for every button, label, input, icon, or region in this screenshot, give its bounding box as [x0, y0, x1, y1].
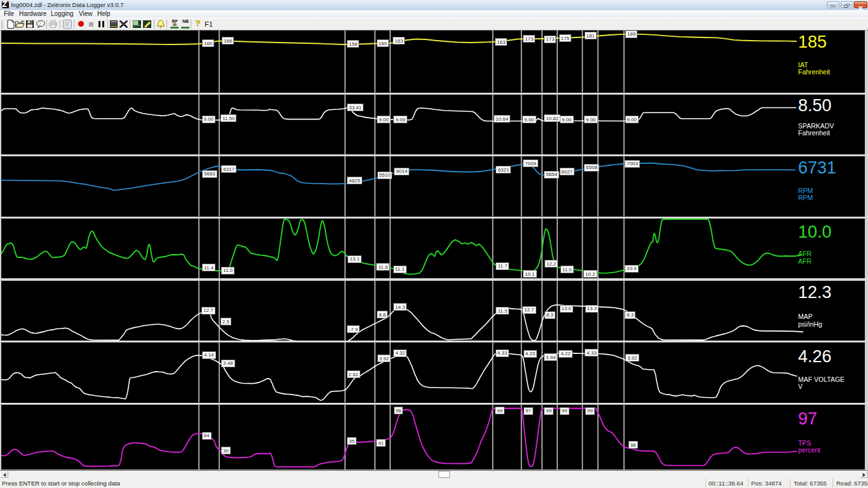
svg-text:?: ?: [39, 21, 41, 25]
